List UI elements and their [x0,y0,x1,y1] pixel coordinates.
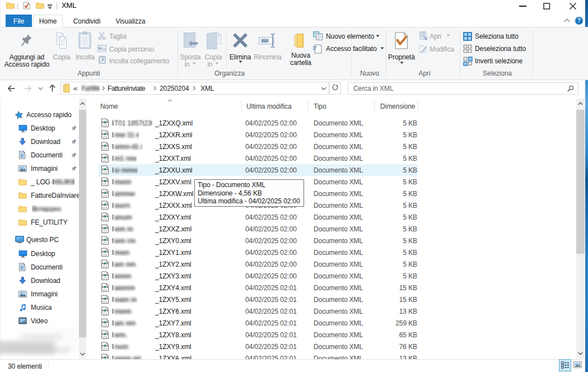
svg-text:?: ? [577,17,581,24]
